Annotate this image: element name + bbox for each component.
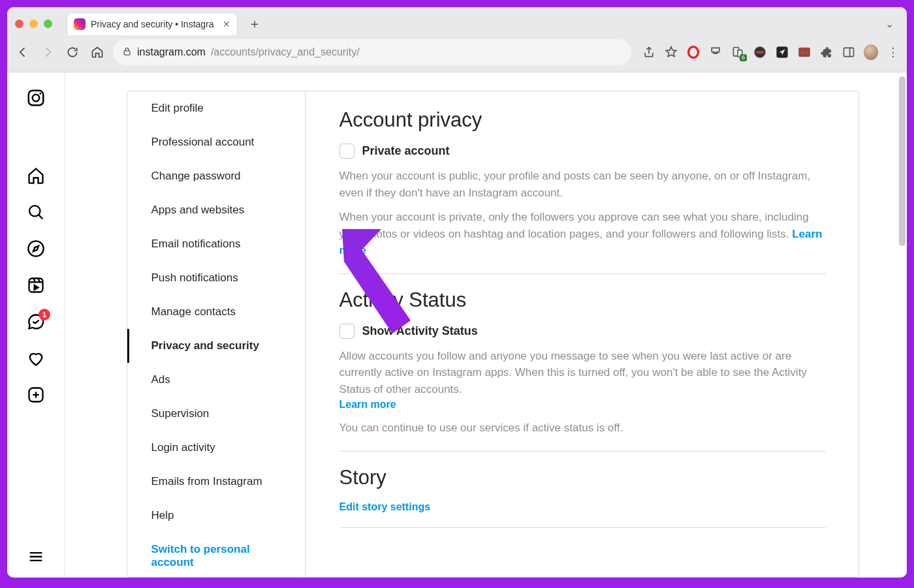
settings-content: Edit profile Professional account Change… [65,72,907,578]
tab-strip: Privacy and security • Instagra ✕ ＋ ⌄ [7,7,907,35]
close-window-button[interactable] [15,20,24,28]
private-account-row: Private account [339,144,826,159]
nav-manage-contacts[interactable]: Manage contacts [127,295,305,329]
section-activity-status-title: Activity Status [339,288,826,312]
instagram-favicon-icon [74,18,86,30]
extension-badge: 6 [740,54,747,61]
extension-opera-icon[interactable] [686,45,701,59]
profile-avatar[interactable] [27,422,45,441]
page-viewport: 1 Edit profile Professional account [7,72,907,578]
section-account-privacy-title: Account privacy [339,108,826,132]
chrome-menu-icon[interactable]: ⋮ [886,45,900,59]
edit-story-settings-link[interactable]: Edit story settings [339,501,431,512]
forward-button[interactable] [39,43,57,61]
new-tab-button[interactable]: ＋ [245,15,264,33]
svg-text:HD: HD [801,50,808,55]
nav-emails-from-instagram[interactable]: Emails from Instagram [127,465,305,499]
activity-status-row: Show Activity Status [339,324,826,339]
toolbar-icons: 6 HD ⋮ [642,45,900,59]
side-panel-icon[interactable] [842,45,856,59]
instagram-nav-rail: 1 [7,72,65,578]
section-story-title: Story [339,466,826,489]
divider [339,527,826,528]
svg-rect-5 [756,51,764,53]
messages-icon[interactable]: 1 [27,313,45,331]
notifications-heart-icon[interactable] [27,349,45,367]
divider [339,451,826,452]
more-menu-icon[interactable] [27,548,45,566]
nav-apps-websites[interactable]: Apps and websites [127,193,305,227]
reels-icon[interactable] [27,276,45,294]
extension-hd-icon[interactable]: HD [797,45,812,59]
nav-change-password[interactable]: Change password [127,159,305,193]
private-account-desc-2: When your account is private, only the f… [339,209,826,259]
nav-help[interactable]: Help [127,499,305,533]
nav-privacy-security[interactable]: Privacy and security [127,329,305,363]
nav-push-notifications[interactable]: Push notifications [127,261,305,295]
svg-rect-17 [29,279,43,292]
search-icon[interactable] [27,203,45,221]
nav-ads[interactable]: Ads [127,363,305,397]
close-tab-icon[interactable]: ✕ [223,19,230,29]
private-account-desc-2-text: When your account is private, only the f… [339,211,809,240]
extension-phone-link-icon[interactable]: 6 [731,45,745,59]
toolbar: instagram.com/accounts/privacy_and_secur… [7,35,907,72]
nav-edit-profile[interactable]: Edit profile [127,91,305,125]
tab-title: Privacy and security • Instagra [91,19,217,29]
svg-rect-0 [124,50,130,54]
private-account-checkbox[interactable] [339,144,355,159]
activity-status-label: Show Activity Status [362,324,478,338]
nav-switch-personal[interactable]: Switch to personal account [127,533,305,578]
nav-login-activity[interactable]: Login activity [127,431,305,465]
instagram-logo-icon[interactable] [26,88,46,110]
url-path: /accounts/privacy_and_security/ [211,46,360,58]
svg-rect-9 [844,48,854,56]
profile-avatar-icon[interactable] [864,45,878,59]
svg-point-16 [28,241,43,256]
activity-status-checkbox[interactable] [339,324,355,339]
extension-ninja-icon[interactable] [753,45,767,59]
settings-main: Account privacy Private account When you… [306,91,859,577]
reload-button[interactable] [63,43,82,61]
svg-line-15 [39,215,42,219]
nav-email-notifications[interactable]: Email notifications [127,227,305,261]
messages-badge: 1 [39,309,50,320]
private-account-label: Private account [362,144,450,158]
back-button[interactable] [14,43,32,61]
settings-card: Edit profile Professional account Change… [127,91,859,578]
private-account-desc-1: When your account is public, your profil… [339,168,826,201]
home-icon[interactable] [27,166,45,185]
share-icon[interactable] [642,45,656,59]
browser-tab[interactable]: Privacy and security • Instagra ✕ [67,12,238,35]
svg-point-13 [39,93,41,95]
activity-status-desc-2: You can continue to use our services if … [339,420,826,437]
tab-overflow-icon[interactable]: ⌄ [885,18,894,30]
browser-chrome: Privacy and security • Instagra ✕ ＋ ⌄ [7,7,907,72]
scrollbar[interactable] [899,76,906,246]
activity-status-desc-1: Allow accounts you follow and anyone you… [339,348,826,398]
fullscreen-window-button[interactable] [44,20,52,28]
minimize-window-button[interactable] [29,20,38,28]
window-controls [15,20,52,28]
svg-point-14 [29,206,40,216]
bookmark-star-icon[interactable] [664,45,678,59]
url-host: instagram.com [137,46,206,58]
create-plus-icon[interactable] [27,386,45,404]
extension-send-icon[interactable] [775,45,789,59]
browser-window: Privacy and security • Instagra ✕ ＋ ⌄ [5,5,909,580]
divider [339,273,826,274]
extensions-puzzle-icon[interactable] [819,45,834,59]
address-bar[interactable]: instagram.com/accounts/privacy_and_secur… [113,39,631,65]
lock-icon [122,46,132,59]
settings-sidebar: Edit profile Professional account Change… [127,91,306,577]
svg-point-12 [33,95,40,102]
nav-supervision[interactable]: Supervision [127,397,305,431]
activity-learn-more-link[interactable]: Learn more [339,399,396,410]
explore-compass-icon[interactable] [27,240,45,258]
extension-pocket-icon[interactable] [708,45,723,59]
nav-professional-account[interactable]: Professional account [127,125,305,159]
svg-point-1 [689,47,699,58]
home-button[interactable] [88,43,106,61]
